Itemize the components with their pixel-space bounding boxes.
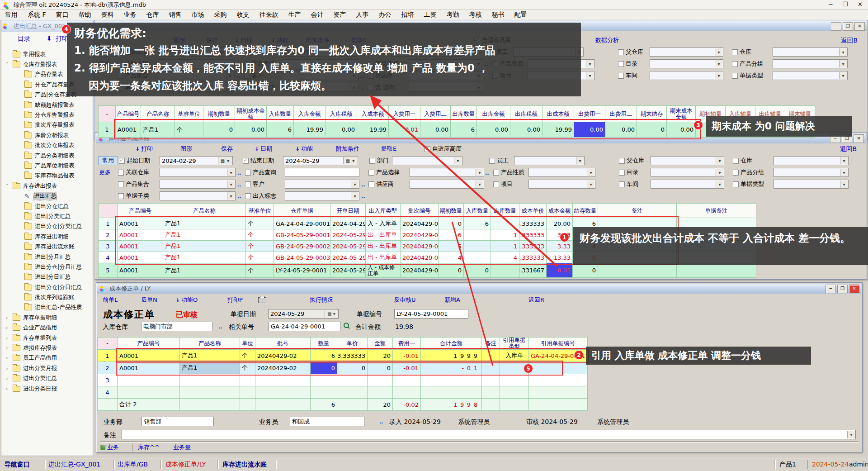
filter-item[interactable]: ↓ [774, 168, 849, 177]
calendar-icon[interactable]: ▦ ▾ [325, 310, 338, 318]
expand-arrow-icon[interactable]: › [6, 376, 13, 381]
table-cell[interactable]: LY-24-05-29-0001 [274, 263, 330, 278]
table-cell[interactable]: 3.333333 [519, 241, 547, 252]
filter-item[interactable]: ↓ ‥ [361, 191, 366, 200]
table-cell[interactable]: GB-24-05-29-0001 [274, 229, 330, 241]
table-cell[interactable]: 4 [98, 386, 118, 399]
column-header[interactable]: 备注 [482, 338, 500, 350]
filter-box[interactable] [285, 180, 359, 189]
table-cell[interactable]: 入库单 [500, 350, 529, 362]
filter-checkbox[interactable] [245, 170, 251, 176]
column-header[interactable]: 成本单价 [519, 204, 547, 218]
filter-checkbox[interactable] [368, 170, 374, 176]
toolbar-item[interactable]: ↓ 功能 [295, 144, 313, 153]
menu-item[interactable]: 常用 [0, 11, 23, 19]
table-cell[interactable]: 0 [573, 263, 598, 278]
table-cell[interactable]: 个 [246, 241, 274, 252]
table-row[interactable]: 3 [98, 374, 588, 386]
table-cell[interactable]: 0 [464, 263, 491, 278]
sidebar-item[interactable]: ✎ 分仓库告警报表 [1, 110, 93, 120]
filter-item[interactable]: ↓ 起始日期 [119, 156, 150, 165]
minimize-button[interactable]: ─ [826, 285, 836, 293]
table-cell[interactable]: 2024-05-29 [330, 263, 366, 278]
filter-item[interactable]: ↓ 产品集合 [118, 180, 149, 189]
filter-item[interactable]: ↓ [410, 180, 484, 189]
expand-arrow-icon[interactable]: › [6, 386, 13, 392]
table-cell[interactable] [421, 374, 482, 386]
sidebar-item[interactable]: ✎ 批次分仓库报表 [1, 141, 93, 151]
sidebar-item[interactable]: ✎ 进出汇总 [1, 191, 93, 201]
table-cell[interactable]: 2024-05-29 [330, 241, 366, 252]
sidebar-item[interactable]: ✎ 产品分类明细表 [1, 151, 93, 161]
column-header[interactable]: - [99, 204, 118, 218]
table-cell[interactable]: GB-24-05-29-0002 [274, 241, 330, 252]
sidebar-item[interactable]: ✎ 进出|分日汇总 [1, 272, 93, 282]
table-cell[interactable]: GA-24-04-29-0001 [274, 218, 330, 229]
form-tab[interactable]: 库存^^ [138, 443, 160, 452]
filter-item[interactable]: ↓ ‥ [237, 168, 242, 177]
dropdown-arrow-icon[interactable] [840, 169, 848, 176]
dropdown-arrow-icon[interactable] [715, 72, 722, 79]
table-cell[interactable]: 个 [246, 252, 274, 263]
document-date-input[interactable]: 2024-05-29 ▦ ▾ [268, 309, 339, 319]
column-header[interactable]: 合计金额 [421, 338, 482, 350]
table-cell[interactable] [337, 399, 368, 411]
table-cell[interactable]: 入 - 成本修正单 [366, 263, 401, 278]
table-cell[interactable]: -0.01 [393, 350, 421, 362]
column-header[interactable]: 入库数量 [464, 204, 491, 218]
menu-item[interactable]: 采购 [209, 11, 232, 19]
table-cell[interactable] [311, 386, 337, 399]
column-header[interactable]: 期初数量 [439, 204, 464, 218]
menu-item[interactable]: 资产 [329, 11, 351, 19]
table-cell[interactable]: 4 [99, 252, 118, 263]
sidebar-item[interactable]: ✎ 进出分仓汇总 [1, 201, 93, 211]
table-cell[interactable]: A0001 [118, 362, 180, 374]
sidebar-item[interactable]: › ✎ 进出分类月报 [1, 363, 93, 373]
form-tab[interactable]: 业务量 [173, 443, 191, 452]
filter-item[interactable]: ↓ [528, 168, 595, 177]
dropdown-arrow-icon[interactable] [716, 181, 723, 188]
table-cell[interactable]: GB-24-05-29-0003 [274, 252, 330, 263]
dropdown-arrow-icon[interactable] [476, 169, 483, 176]
table-cell[interactable]: 6 [464, 218, 491, 229]
table-cell[interactable]: 3 [99, 241, 118, 252]
table-cell[interactable]: 出 - 出库单 [366, 241, 401, 252]
toolbar-item[interactable]: ↓ 附加条件 [336, 144, 359, 153]
table-cell[interactable] [240, 399, 255, 411]
dropdown-arrow-icon[interactable] [715, 60, 722, 67]
column-header[interactable]: 产品编号 [118, 204, 163, 218]
filter-item[interactable]: ↓ [160, 168, 236, 177]
sidebar-item[interactable]: ˅ ✎ 库存进出报表 [1, 181, 93, 191]
filter-item[interactable]: ↓ [285, 168, 359, 177]
warehouse-input[interactable]: 电脑门市部 [141, 322, 213, 331]
filter-checkbox[interactable] [732, 73, 738, 79]
sidebar-item[interactable]: › ✎ 进出分类日报 [1, 384, 93, 394]
table-cell[interactable]: 4 [491, 252, 519, 263]
column-header[interactable]: 出库金额 [477, 106, 510, 122]
filter-box[interactable] [650, 48, 723, 57]
sidebar-item[interactable]: › ✎ 企业产品借用 [1, 323, 93, 333]
filter-item[interactable]: ↓ 出入标志 [245, 191, 276, 200]
table-row[interactable]: 2A0001产品1个20240429-02000-0.01-01 [98, 362, 588, 374]
menu-item[interactable]: 配置 [509, 11, 532, 19]
table-cell[interactable]: 个 [240, 350, 255, 362]
column-header[interactable]: 基准单位 [175, 106, 203, 122]
sidebar-item[interactable]: › ✎ 员工产品借用 [1, 353, 93, 363]
close-button[interactable]: ✕ [854, 22, 865, 31]
sidebar-item[interactable]: ✎ 进出|分类汇总 [1, 211, 93, 221]
table-cell[interactable] [393, 386, 421, 399]
table-cell[interactable]: 20240429-02 [401, 218, 439, 229]
table-cell[interactable]: 2 [98, 362, 118, 374]
table-cell[interactable]: 6 [267, 122, 294, 138]
table-cell[interactable]: 0 [203, 122, 235, 138]
filter-box[interactable] [773, 71, 848, 80]
toolbar-item[interactable]: ↓ 图形 [180, 144, 192, 153]
menu-item[interactable]: 工资 [419, 11, 442, 19]
table-cell[interactable]: A0001 [118, 350, 180, 362]
table-cell[interactable]: 0.00 [510, 122, 542, 138]
menu-item[interactable]: 业务 [119, 11, 142, 19]
table-cell[interactable] [482, 350, 500, 362]
table-cell[interactable]: 20240429-02 [401, 229, 439, 241]
table-cell[interactable] [529, 386, 588, 399]
filter-item[interactable]: ↓ 父仓库 [618, 48, 643, 57]
